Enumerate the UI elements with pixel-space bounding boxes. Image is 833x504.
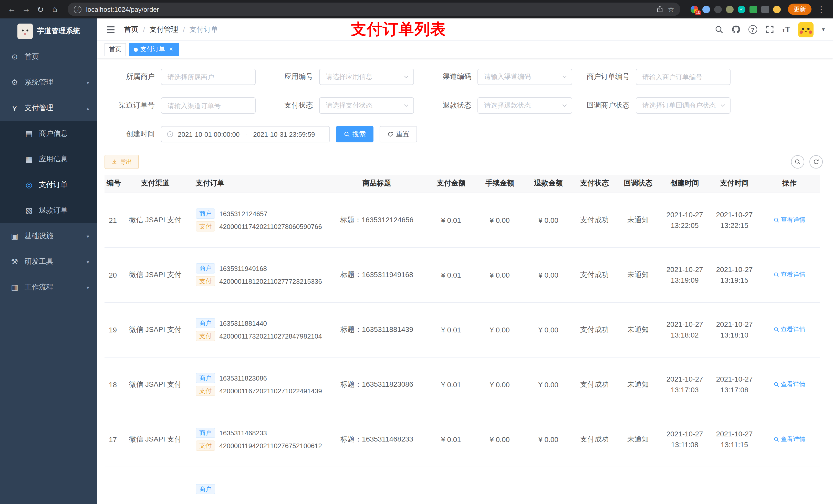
cell-status: 支付成功 bbox=[573, 193, 616, 247]
merchant-input[interactable] bbox=[161, 69, 256, 85]
filter-label: 商户订单编号 bbox=[579, 72, 636, 81]
cell-fee: ¥ 0.00 bbox=[475, 357, 524, 412]
chevron-down-icon: ▾ bbox=[87, 259, 89, 265]
browser-extension-icon[interactable] bbox=[714, 5, 722, 13]
view-detail-link[interactable]: 查看详情 bbox=[774, 216, 805, 224]
cell-status: 支付成功 bbox=[573, 357, 616, 412]
table-row: 17 微信 JSAPI 支付 商户 1635311468233 支付 42000… bbox=[104, 412, 820, 466]
font-size-icon[interactable]: T T bbox=[782, 25, 790, 34]
github-icon[interactable] bbox=[731, 25, 740, 34]
merchant-tag: 商户 bbox=[196, 318, 215, 328]
tab-pay-order[interactable]: 支付订单 × bbox=[129, 43, 179, 56]
pay-status-select[interactable]: 请选择支付状态 bbox=[319, 97, 414, 114]
filter-row-3: 创建时间 2021-10-01 00:00:00 - 2021-10-31 23… bbox=[104, 126, 823, 142]
search-icon bbox=[774, 327, 779, 332]
chevron-down-icon bbox=[562, 102, 568, 109]
notify-status-select[interactable]: 请选择订单回调商户状态 bbox=[636, 97, 731, 114]
workflow-icon: ▥ bbox=[10, 283, 19, 292]
bookmark-star-icon[interactable]: ☆ bbox=[668, 5, 674, 13]
search-button[interactable]: 搜索 bbox=[336, 126, 374, 142]
breadcrumb-home[interactable]: 首页 bbox=[124, 25, 138, 34]
view-detail-link[interactable]: 查看详情 bbox=[774, 325, 805, 334]
sidebar-item-workflow[interactable]: ▥ 工作流程 ▾ bbox=[0, 274, 97, 300]
cell-status: 支付成功 bbox=[573, 302, 616, 357]
browser-forward-icon[interactable]: → bbox=[20, 3, 33, 16]
sidebar-subitem-app-info[interactable]: ▦ 应用信息 bbox=[0, 146, 97, 172]
channel-order-no-input[interactable] bbox=[161, 97, 256, 114]
browser-extension-icon[interactable]: 10 bbox=[691, 5, 698, 13]
caret-down-icon[interactable]: ▾ bbox=[822, 26, 825, 33]
merchant-order-no-input[interactable] bbox=[636, 69, 731, 85]
refund-status-select[interactable]: 请选择退款状态 bbox=[477, 97, 572, 114]
cell-notify: 未通知 bbox=[616, 302, 660, 357]
hamburger-icon[interactable] bbox=[105, 24, 116, 34]
merchant-order-no: 1635311823086 bbox=[219, 374, 267, 382]
cell-title: 标题：1635311468233 bbox=[327, 412, 427, 466]
toggle-search-button[interactable] bbox=[791, 155, 804, 169]
table-row: 19 微信 JSAPI 支付 商户 1635311881440 支付 42000… bbox=[104, 302, 820, 357]
download-icon bbox=[111, 159, 117, 165]
sidebar-item-home[interactable]: ⊙ 首页 bbox=[0, 44, 97, 70]
channel-code-select[interactable]: 请输入渠道编码 bbox=[477, 69, 572, 85]
site-info-icon[interactable]: i bbox=[74, 5, 81, 13]
browser-pin-icon[interactable] bbox=[761, 5, 769, 13]
view-detail-link[interactable]: 查看详情 bbox=[774, 380, 805, 389]
topbar-actions: ? T T ▾ bbox=[714, 22, 825, 37]
sidebar-subitem-merchant-info[interactable]: ▤ 商户信息 bbox=[0, 121, 97, 146]
browser-extension-icon[interactable]: ✓ bbox=[738, 5, 745, 13]
merchant-card-icon: ▤ bbox=[25, 129, 33, 138]
column-header-actions: 操作 bbox=[759, 175, 820, 193]
logo-avatar bbox=[17, 24, 32, 39]
create-time-range-picker[interactable]: 2021-10-01 00:00:00 - 2021-10-31 23:59:5… bbox=[161, 126, 330, 142]
help-icon[interactable]: ? bbox=[748, 25, 757, 34]
sidebar-logo[interactable]: 芋道管理系统 bbox=[0, 19, 97, 44]
browser-extension-icon[interactable] bbox=[749, 5, 757, 13]
refresh-table-button[interactable] bbox=[809, 155, 823, 169]
filter-channel-order-no: 渠道订单号 bbox=[104, 97, 256, 114]
column-header-notify: 回调状态 bbox=[616, 175, 660, 193]
sidebar-subitem-pay-order[interactable]: ◎ 支付订单 bbox=[0, 172, 97, 198]
column-header-pay-order: 支付订单 bbox=[189, 175, 327, 193]
browser-reload-icon[interactable]: ↻ bbox=[34, 3, 47, 16]
column-header-status: 支付状态 bbox=[573, 175, 616, 193]
chevron-down-icon: ▾ bbox=[87, 233, 89, 239]
filter-label: 渠道编码 bbox=[421, 72, 477, 81]
browser-address-bar[interactable]: i localhost:1024/pay/order ☆ bbox=[68, 3, 680, 16]
cell-order-id: 20 bbox=[104, 247, 122, 302]
sidebar-item-label: 研发工具 bbox=[25, 257, 53, 266]
sidebar-subitem-refund-order[interactable]: ▧ 退款订单 bbox=[0, 198, 97, 223]
cell-pay-channel: 微信 JSAPI 支付 bbox=[122, 412, 189, 466]
filter-label: 渠道订单号 bbox=[104, 101, 161, 110]
browser-back-icon[interactable]: ← bbox=[5, 3, 19, 16]
tab-home[interactable]: 首页 bbox=[104, 43, 126, 56]
table-row: 21 微信 JSAPI 支付 商户 1635312124657 支付 42000… bbox=[104, 193, 820, 247]
browser-extension-icon[interactable] bbox=[703, 5, 710, 13]
sidebar-item-payment[interactable]: ¥ 支付管理 ▴ bbox=[0, 95, 97, 121]
sidebar-item-infrastructure[interactable]: ▣ 基础设施 ▾ bbox=[0, 223, 97, 249]
merchant-order-no: 1635312124657 bbox=[219, 210, 267, 217]
cell-create-time: 2021-10-2713:22:05 bbox=[660, 193, 710, 247]
sidebar-item-system[interactable]: ⚙ 系统管理 ▾ bbox=[0, 70, 97, 95]
cell-status: 支付成功 bbox=[573, 412, 616, 466]
browser-update-button[interactable]: 更新 bbox=[788, 4, 811, 15]
app-no-select[interactable]: 请选择应用信息 bbox=[319, 69, 414, 85]
search-icon[interactable] bbox=[714, 25, 723, 34]
browser-menu-icon[interactable]: ⋮ bbox=[814, 3, 828, 16]
tab-close-icon[interactable]: × bbox=[168, 46, 175, 53]
browser-extension-icon[interactable] bbox=[726, 5, 734, 13]
share-icon[interactable] bbox=[657, 6, 664, 13]
browser-profile-avatar[interactable] bbox=[773, 5, 781, 13]
refresh-icon bbox=[813, 159, 819, 165]
cell-notify: 未通知 bbox=[616, 412, 660, 466]
sidebar-item-label: 工作流程 bbox=[25, 283, 53, 292]
export-button[interactable]: 导出 bbox=[104, 155, 139, 169]
breadcrumb-payment[interactable]: 支付管理 bbox=[149, 25, 178, 34]
browser-home-icon[interactable]: ⌂ bbox=[48, 3, 62, 16]
reset-button[interactable]: 重置 bbox=[380, 126, 417, 142]
view-detail-link[interactable]: 查看详情 bbox=[774, 435, 805, 443]
fullscreen-icon[interactable] bbox=[765, 25, 774, 34]
view-detail-link[interactable]: 查看详情 bbox=[774, 270, 805, 279]
table-body: 21 微信 JSAPI 支付 商户 1635312124657 支付 42000… bbox=[104, 193, 820, 466]
sidebar-item-dev-tools[interactable]: ⚒ 研发工具 ▾ bbox=[0, 249, 97, 274]
user-avatar[interactable] bbox=[799, 22, 814, 37]
